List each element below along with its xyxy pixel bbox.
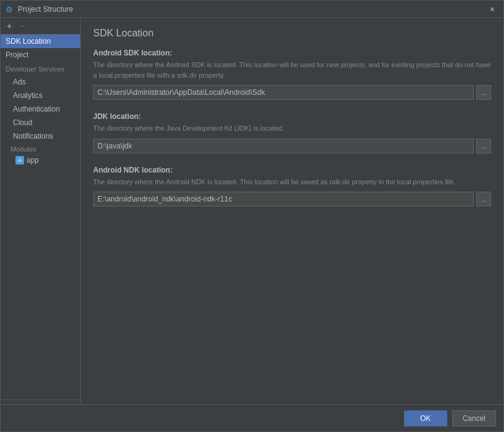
android-sdk-row: ... (93, 85, 491, 100)
android-ndk-browse-button[interactable]: ... (476, 192, 491, 206)
sidebar-toolbar: + − (1, 18, 80, 35)
main-content: SDK Location Android SDK location: The d… (81, 18, 503, 404)
android-sdk-label: Android SDK location: (93, 49, 491, 57)
sidebar: + − SDK Location Project Developer Servi… (1, 18, 81, 404)
window-title: Project Structure (18, 5, 73, 14)
jdk-input[interactable] (93, 139, 474, 153)
window-icon: ⚙ (6, 5, 14, 14)
sidebar-item-sdk-location[interactable]: SDK Location (1, 35, 80, 48)
sidebar-scrollbar (1, 399, 80, 404)
sidebar-item-analytics[interactable]: Analytics (1, 89, 80, 102)
title-bar: ⚙ Project Structure × (1, 1, 503, 18)
android-ndk-input[interactable] (93, 192, 474, 206)
sidebar-item-ads[interactable]: Ads (1, 75, 80, 89)
android-sdk-group: Android SDK location: The directory wher… (93, 49, 491, 100)
module-icon: A (15, 156, 24, 165)
ok-button[interactable]: OK (404, 410, 447, 426)
remove-button[interactable]: − (17, 20, 27, 31)
android-sdk-browse-button[interactable]: ... (476, 85, 491, 100)
module-item-app[interactable]: A app (1, 154, 80, 166)
android-ndk-label: Android NDK location: (93, 166, 491, 174)
modules-header: Modules (1, 143, 80, 154)
sidebar-item-developer-services: Developer Services (1, 62, 80, 75)
title-bar-left: ⚙ Project Structure (6, 5, 73, 14)
content-area: + − SDK Location Project Developer Servi… (1, 18, 503, 404)
cancel-button[interactable]: Cancel (452, 410, 496, 426)
sidebar-item-project[interactable]: Project (1, 48, 80, 62)
android-ndk-description: The directory where the Android NDK is l… (93, 177, 491, 187)
sidebar-item-cloud[interactable]: Cloud (1, 116, 80, 129)
add-button[interactable]: + (4, 20, 14, 31)
jdk-row: ... (93, 139, 491, 153)
jdk-browse-button[interactable]: ... (476, 139, 491, 153)
jdk-description: The directory where the Java Development… (93, 123, 491, 134)
android-sdk-description: The directory where the Android SDK is l… (93, 60, 491, 80)
jdk-label: JDK location: (93, 112, 491, 121)
section-title: SDK Location (93, 28, 491, 39)
android-sdk-input[interactable] (93, 85, 474, 100)
close-button[interactable]: × (486, 3, 498, 15)
footer: OK Cancel (1, 404, 503, 431)
jdk-group: JDK location: The directory where the Ja… (93, 112, 491, 153)
project-structure-window: ⚙ Project Structure × + − SDK Location P… (0, 0, 504, 432)
android-ndk-group: Android NDK location: The directory wher… (93, 166, 491, 207)
sidebar-item-notifications[interactable]: Notifications (1, 129, 80, 143)
sidebar-item-authentication[interactable]: Authentication (1, 102, 80, 116)
android-ndk-row: ... (93, 192, 491, 206)
